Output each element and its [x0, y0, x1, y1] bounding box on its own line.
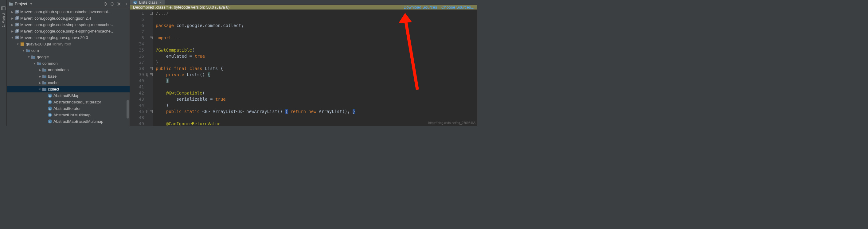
svg-text:m: m	[16, 30, 18, 32]
tool-window-tab-project[interactable]: 1: Project	[2, 13, 5, 27]
project-tool-title: Project	[15, 2, 27, 6]
fold-toggle[interactable]: +	[150, 12, 153, 15]
tree-row[interactable]: ▶mMaven: com.github.spullara.mustache.ja…	[7, 9, 130, 15]
tree-arrow[interactable]: ▼	[22, 49, 25, 52]
tree-row[interactable]: CAbstractMapBasedMultimap	[7, 118, 130, 125]
tree-row[interactable]: ▼collect	[7, 86, 130, 92]
svg-rect-2	[9, 3, 12, 5]
tree-arrow[interactable]: ▶	[38, 68, 42, 71]
project-tool-window: Project ▼ ▶mMaven: com.github.spullara.m…	[7, 0, 130, 126]
class-icon: C	[47, 100, 52, 105]
tree-row[interactable]: CAbstractMapBasedMultiset	[7, 125, 130, 126]
tree-scrollbar-thumb[interactable]	[127, 100, 129, 119]
tree-label: Maven: com.google.code.gson:gson:2.4	[20, 16, 91, 21]
tree-label: AbstractMapBasedMultiset	[54, 126, 101, 126]
choose-sources-link[interactable]: Choose Sources...	[441, 5, 474, 9]
svg-rect-27	[20, 42, 24, 43]
tree-label: Maven: com.google.code.simple-spring-mem…	[20, 29, 115, 33]
tree-row[interactable]: ▼mMaven: com.google.guava:guava:20.0	[7, 34, 130, 41]
tree-label: google	[37, 55, 49, 59]
pkg-icon	[25, 48, 30, 53]
tree-arrow[interactable]: ▶	[10, 30, 14, 33]
banner-message: Decompiled .class file, bytecode version…	[133, 5, 399, 9]
tree-label: AbstractListMultimap	[54, 113, 91, 117]
tree-row[interactable]: ▶cache	[7, 79, 130, 86]
tree-label: cache	[48, 80, 59, 85]
locate-icon[interactable]	[103, 2, 107, 6]
tree-arrow[interactable]: ▶	[38, 75, 42, 78]
tree-arrow[interactable]: ▼	[38, 88, 42, 91]
tree-row[interactable]: ▶mMaven: com.google.code.simple-spring-m…	[7, 22, 130, 28]
editor-tab-label: Lists.class	[139, 0, 158, 5]
tree-row[interactable]: CAbstractBiMap	[7, 92, 130, 99]
hide-icon[interactable]	[123, 2, 128, 6]
chevron-down-icon[interactable]: ▼	[29, 2, 33, 6]
tree-row[interactable]: ▼google	[7, 54, 130, 60]
fold-toggle[interactable]: +	[150, 110, 153, 113]
tree-label: Maven: com.google.guava:guava:20.0	[20, 35, 88, 40]
pkg-icon	[42, 74, 47, 79]
tree-label: AbstractBiMap	[54, 93, 80, 98]
editor-tab-lists-class[interactable]: C Lists.class ×	[130, 0, 165, 5]
svg-rect-1	[1, 7, 2, 10]
tree-row[interactable]: ▶mMaven: com.google.code.gson:gson:2.4	[7, 15, 130, 22]
tree-arrow[interactable]: ▶	[38, 81, 42, 85]
tree-label: AbstractIndexedListIterator	[54, 100, 101, 104]
fold-toggle[interactable]: +	[150, 36, 153, 39]
svg-text:C: C	[49, 113, 51, 117]
svg-rect-29	[26, 49, 27, 50]
tree-label: guava-20.0.jar library root	[26, 42, 71, 46]
svg-point-39	[44, 70, 46, 71]
tree-row[interactable]: ▼guava-20.0.jar library root	[7, 41, 130, 47]
svg-text:m: m	[16, 23, 18, 26]
collapse-icon[interactable]	[110, 2, 114, 6]
tree-row[interactable]: CAbstractIndexedListIterator	[7, 99, 130, 105]
tree-arrow[interactable]: ▼	[27, 56, 31, 59]
tree-arrow[interactable]: ▶	[10, 23, 14, 26]
code-editor[interactable]: 15678343536373839@404142434445@4849 ++−−…	[130, 9, 477, 126]
fold-toggle[interactable]: −	[150, 73, 153, 76]
fold-toggle[interactable]: −	[150, 67, 153, 70]
tree-arrow[interactable]: ▶	[10, 17, 14, 20]
class-icon: C	[47, 113, 52, 118]
tree-arrow[interactable]: ▼	[10, 36, 14, 39]
svg-text:m: m	[16, 36, 18, 38]
tree-label: common	[42, 61, 58, 66]
close-icon[interactable]: ×	[159, 0, 161, 5]
svg-point-48	[44, 89, 46, 91]
decompiled-banner: Decompiled .class file, bytecode version…	[130, 5, 477, 9]
svg-rect-35	[36, 62, 38, 63]
svg-point-5	[105, 3, 106, 4]
class-icon: C	[47, 93, 52, 98]
tree-arrow[interactable]: ▼	[33, 62, 36, 65]
tree-row[interactable]: ▶annotations	[7, 67, 130, 73]
svg-rect-32	[31, 56, 33, 57]
class-file-icon: C	[133, 0, 137, 5]
tree-row[interactable]: CAbstractIterator	[7, 105, 130, 112]
tree-row[interactable]: CAbstractListMultimap	[7, 112, 130, 118]
tree-label: com	[31, 48, 39, 53]
tree-row[interactable]: ▶mMaven: com.google.code.simple-spring-m…	[7, 28, 130, 34]
tree-label: collect	[48, 87, 59, 92]
project-tree[interactable]: ▶mMaven: com.github.spullara.mustache.ja…	[7, 8, 130, 126]
maven-icon: m	[14, 35, 19, 40]
pkg-icon	[42, 68, 47, 72]
tree-arrow[interactable]: ▶	[10, 10, 14, 13]
tree-arrow[interactable]: ▼	[16, 43, 20, 46]
svg-rect-44	[42, 81, 44, 82]
tree-row[interactable]: ▼com	[7, 47, 130, 54]
tree-label: AbstractIterator	[54, 106, 81, 111]
fold-gutter[interactable]: ++−−+	[149, 9, 153, 126]
svg-point-45	[44, 83, 46, 85]
download-sources-link[interactable]: Download Sources	[404, 5, 437, 9]
svg-text:C: C	[49, 94, 51, 97]
code-content[interactable]: /.../ package com.google.common.collect;…	[153, 9, 477, 126]
gear-icon[interactable]	[117, 2, 121, 6]
svg-point-36	[39, 63, 40, 65]
project-tool-icon[interactable]	[1, 6, 5, 10]
editor-area: C Lists.class × Decompiled .class file, …	[130, 0, 477, 126]
line-number-gutter: 15678343536373839@404142434445@4849	[130, 9, 149, 126]
svg-text:C: C	[49, 101, 51, 104]
tree-row[interactable]: ▼common	[7, 60, 130, 67]
tree-row[interactable]: ▶base	[7, 73, 130, 79]
